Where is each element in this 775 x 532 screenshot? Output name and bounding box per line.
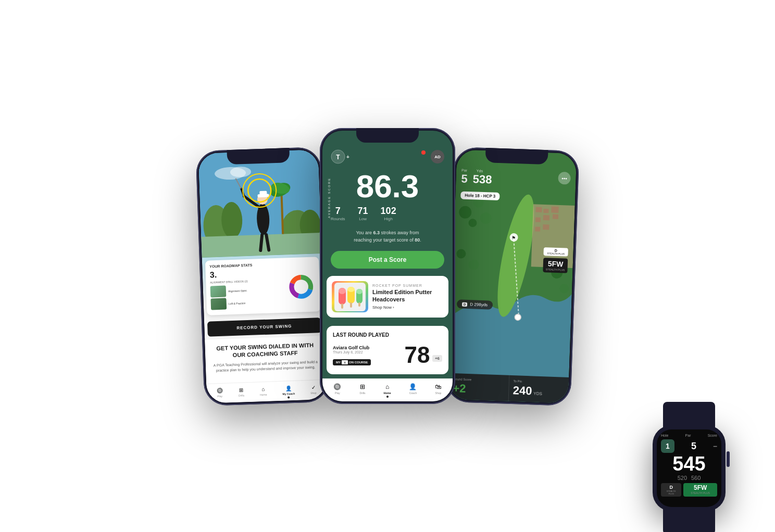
svg-rect-14 [259, 191, 267, 195]
center-phone: T + AD AVERAGE SCORE 86.3 7 Rou [320, 128, 455, 404]
center-coach-label: Coach [409, 391, 417, 395]
play-icon: 🔘 [216, 388, 222, 394]
watch-club-d-letter: D [664, 485, 678, 490]
score-section: AVERAGE SCORE 86.3 7 Rounds 71 Low 102 [322, 170, 453, 225]
big-score-container: 86.3 [331, 170, 444, 202]
right-phone-notch [485, 148, 548, 164]
promo-card: ROCKET POP SUMMER Limited Edition Putter… [327, 276, 448, 318]
gps-menu-button[interactable]: ••• [558, 172, 571, 185]
shop-icon: ✓ [311, 385, 315, 390]
apple-watch: Hole Par Score 1 5 – 545 520 560 D STEA [653, 425, 726, 511]
svg-text:⚑: ⚑ [511, 235, 516, 240]
target-text: You are 6.3 strokes away fromreaching yo… [322, 225, 453, 248]
watch-screen: Hole Par Score 1 5 – 545 520 560 D STEA [657, 429, 721, 507]
center-nav-home[interactable]: ⌂ Home [384, 383, 391, 398]
shop-now-label: Shop Now [372, 305, 392, 310]
round-course: Aviara Golf Club [333, 345, 371, 350]
watch-club-5fw-card: 5FW STEALTH PLUS [683, 483, 717, 497]
nav-drills-label: Drills [239, 394, 244, 397]
watch-hole-number: 1 [661, 439, 674, 453]
round-details: Aviara Golf Club Thurs July 8, 2022 MY T… [333, 342, 442, 368]
nav-shop[interactable]: ✓ Shop [310, 385, 317, 398]
rounds-value: 7 [331, 206, 345, 217]
avg-score-rotated-label: AVERAGE SCORE [328, 178, 331, 218]
on-course-badge: MY T ON COURSE [333, 359, 371, 365]
svg-rect-49 [535, 226, 540, 231]
watch-col-headers: Hole Par Score [661, 434, 717, 437]
watch-club-5fw-brand: STEALTH PLUS [686, 491, 715, 495]
watch-hole-header: Hole [661, 434, 668, 437]
alignment-label: ALIGNMENT DRILL VIDEOS (2) [210, 280, 247, 284]
right-phone: ⚑ Par Yds 5 538 ••• H [446, 147, 580, 406]
svg-rect-30 [339, 288, 346, 294]
step-number: 3. [210, 269, 248, 280]
par-yds-display: Par Yds 5 538 [461, 168, 492, 186]
svg-rect-45 [551, 207, 558, 213]
center-drills-icon: ⊞ [360, 383, 365, 390]
left-phone-notch [227, 148, 290, 164]
nav-shop-label: Shop [310, 391, 317, 395]
distance-bubble: D D 298yds [457, 299, 493, 309]
nav-play[interactable]: 🔘 Play [216, 388, 223, 401]
promo-link[interactable]: Shop Now › [372, 305, 443, 310]
center-nav-coach[interactable]: 👤 Coach [409, 383, 417, 398]
on-course-label: ON COURSE [349, 361, 368, 364]
chevron-right-icon: › [393, 305, 394, 310]
promo-title: Limited Edition Putter Headcovers [372, 288, 443, 303]
par-value: 5 [461, 172, 468, 185]
center-nav-play[interactable]: 🔘 Play [333, 383, 341, 398]
coaching-subtitle: A PGA Teaching Professional will analyze… [212, 359, 320, 374]
coaching-main-title: GET YOUR SWING DIALED IN WITH OUR COACHI… [211, 341, 319, 360]
taylormade-logo-svg: T [331, 149, 345, 164]
home-icon: ⌂ [261, 386, 265, 392]
center-play-icon: 🔘 [333, 383, 341, 390]
nav-home-label: Home [260, 393, 267, 396]
drill-label: Alignment Open [228, 289, 247, 293]
svg-line-18 [260, 235, 262, 250]
club-5fw-letters: 5FW [546, 260, 565, 269]
yds-value: 538 [472, 172, 492, 186]
right-screen: ⚑ Par Yds 5 538 ••• H [448, 149, 577, 403]
club-card-5fw: 5FW STEALTH PLUS [543, 258, 568, 273]
watch-band-bottom [663, 509, 715, 532]
nav-play-label: Play [217, 395, 222, 398]
watch-body: Hole Par Score 1 5 – 545 520 560 D STEA [653, 425, 726, 511]
logo-plus: + [346, 154, 349, 160]
center-play-label: Play [335, 391, 340, 395]
round-score-container: 78 +6 [404, 342, 442, 368]
center-nav-shop[interactable]: 🛍 Shop [435, 383, 441, 398]
rounds-stat: 7 Rounds [331, 206, 345, 221]
post-score-button[interactable]: Post a Score [331, 251, 444, 269]
svg-rect-33 [347, 287, 355, 292]
svg-text:T: T [344, 361, 346, 364]
watch-score-value: – [713, 442, 717, 450]
notification-dot [421, 150, 426, 155]
to-pin-value-container: 240 YDS [512, 384, 564, 399]
center-nav-drills[interactable]: ⊞ Drills [359, 383, 365, 398]
nav-drills[interactable]: ⊞ Drills [238, 387, 244, 400]
drill-label-2: Loft & Practice [229, 301, 246, 305]
nav-home[interactable]: ⌂ Home [260, 386, 267, 399]
center-home-icon: ⌂ [385, 383, 389, 390]
roadmap-stats-card: YOUR ROADMAP STATS 3. ALIGNMENT DRILL VI… [205, 257, 321, 315]
promo-content: ROCKET POP SUMMER Limited Edition Putter… [372, 284, 443, 310]
center-screen: T + AD AVERAGE SCORE 86.3 7 Rou [322, 131, 453, 401]
watch-big-distance: 545 [661, 454, 717, 474]
club-5fw-brand: STEALTH PLUS [546, 268, 565, 272]
putter-headcover-svg [334, 283, 366, 311]
round-info: Aviara Golf Club Thurs July 8, 2022 MY T… [333, 345, 371, 365]
watch-sub-dist-2: 560 [691, 475, 701, 481]
low-stat: 71 Low [358, 206, 368, 221]
taylormade-small-logo: T [342, 360, 348, 364]
watch-par-header: Par [685, 434, 691, 437]
watch-club-5fw-letters: 5FW [686, 484, 715, 491]
club-d-brand: STEALTH PLUS [546, 252, 566, 256]
svg-rect-50 [543, 224, 549, 230]
svg-rect-31 [341, 303, 343, 309]
watch-par-value: 5 [691, 441, 696, 452]
to-pin-value: 240 [512, 384, 532, 398]
center-nav: 🔘 Play ⊞ Drills ⌂ Home 👤 Coach 🛍 [322, 378, 453, 401]
round-score-box: Round Score +2 [448, 373, 509, 401]
nav-mycoach[interactable]: 👤 My Coach [282, 385, 295, 399]
record-swing-button[interactable]: RECORD YOUR SWING [207, 318, 321, 337]
